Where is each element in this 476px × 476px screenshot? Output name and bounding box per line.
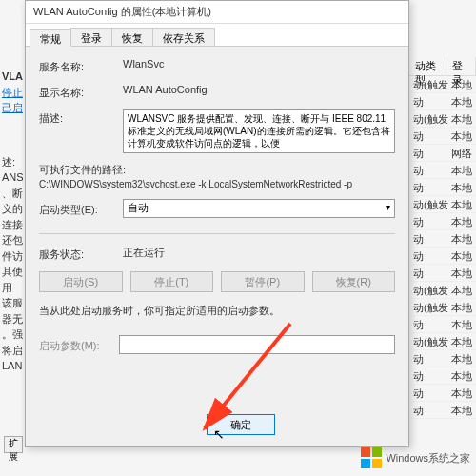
bg-left-header: VLA	[2, 70, 23, 82]
bg-row[interactable]: 动本地	[409, 350, 476, 367]
start-button[interactable]: 启动(S)	[39, 271, 123, 292]
status-value: 正在运行	[123, 246, 395, 260]
bg-row[interactable]: 动本地	[409, 93, 476, 110]
watermark: Windows系统之家	[361, 447, 470, 468]
ok-button[interactable]: 确定	[207, 414, 275, 435]
startup-type-label: 启动类型(E):	[39, 201, 123, 217]
resume-button[interactable]: 恢复(R)	[312, 271, 396, 292]
pause-button[interactable]: 暂停(P)	[221, 271, 305, 292]
divider	[39, 233, 395, 234]
description-label: 描述:	[39, 109, 123, 126]
bg-row[interactable]: 动本地	[409, 385, 476, 402]
service-name-label: 服务名称:	[39, 58, 123, 74]
dialog-title: WLAN AutoConfig 的属性(本地计算机)	[26, 1, 408, 24]
bg-col-headers: 动类型登录	[409, 57, 476, 76]
bg-row[interactable]: 动(触发本地	[409, 76, 476, 93]
bg-row[interactable]: 动本地	[409, 402, 476, 419]
bg-row[interactable]: 动网络	[409, 145, 476, 162]
tab-general[interactable]: 常规	[30, 29, 71, 47]
bg-left-text: 述: ANS 、断 义的 连接 还包 件访 其使用 该服 器无 。强 将启 LA…	[2, 154, 25, 374]
tab-recovery[interactable]: 恢复	[111, 28, 153, 46]
windows-logo-icon	[361, 447, 382, 468]
bg-row[interactable]: 动本地	[409, 213, 476, 230]
service-name-value: WlanSvc	[123, 58, 395, 69]
tab-bar: 常规 登录 恢复 依存关系	[26, 24, 408, 47]
description-textarea[interactable]: WLANSVC 服务提供配置、发现、连接、断开与 IEEE 802.11 标准定…	[123, 109, 395, 153]
display-name-label: 显示名称:	[39, 84, 123, 100]
startup-type-select[interactable]: 自动	[123, 199, 395, 218]
bg-stop-link[interactable]: 停止 己启	[2, 87, 23, 114]
tab-logon[interactable]: 登录	[70, 28, 112, 46]
exec-path-value: C:\WINDOWS\system32\svchost.exe -k Local…	[39, 179, 395, 189]
bg-row[interactable]: 动(触发本地	[409, 333, 476, 350]
bg-row[interactable]: 动(触发本地	[409, 299, 476, 316]
watermark-text: Windows系统之家	[386, 451, 470, 466]
start-params-label: 启动参数(M):	[39, 337, 115, 353]
bg-row[interactable]: 动(触发本地	[409, 282, 476, 299]
display-name-value: WLAN AutoConfig	[123, 84, 395, 95]
bg-row[interactable]: 动(触发本地	[409, 110, 476, 128]
start-params-input[interactable]	[119, 335, 395, 354]
startup-note: 当从此处启动服务时，你可指定所适用的启动参数。	[39, 304, 395, 318]
expand-tab[interactable]: 扩展	[4, 436, 23, 453]
properties-dialog: WLAN AutoConfig 的属性(本地计算机) 常规 登录 恢复 依存关系…	[25, 0, 409, 447]
bg-row[interactable]: 动本地	[409, 162, 476, 179]
bg-row[interactable]: 动本地	[409, 316, 476, 333]
bg-row[interactable]: 动本地	[409, 248, 476, 265]
status-label: 服务状态:	[39, 246, 123, 262]
tab-dependencies[interactable]: 依存关系	[152, 28, 215, 46]
bg-row[interactable]: 动(触发本地	[409, 196, 476, 213]
bg-row[interactable]: 动本地	[409, 367, 476, 385]
bg-row[interactable]: 动本地	[409, 128, 476, 145]
bg-row[interactable]: 动本地	[409, 179, 476, 196]
exec-path-label: 可执行文件的路径:	[39, 163, 395, 177]
bg-row[interactable]: 动本地	[409, 265, 476, 282]
stop-button[interactable]: 停止(T)	[130, 271, 214, 292]
bg-row[interactable]: 动本地	[409, 230, 476, 248]
